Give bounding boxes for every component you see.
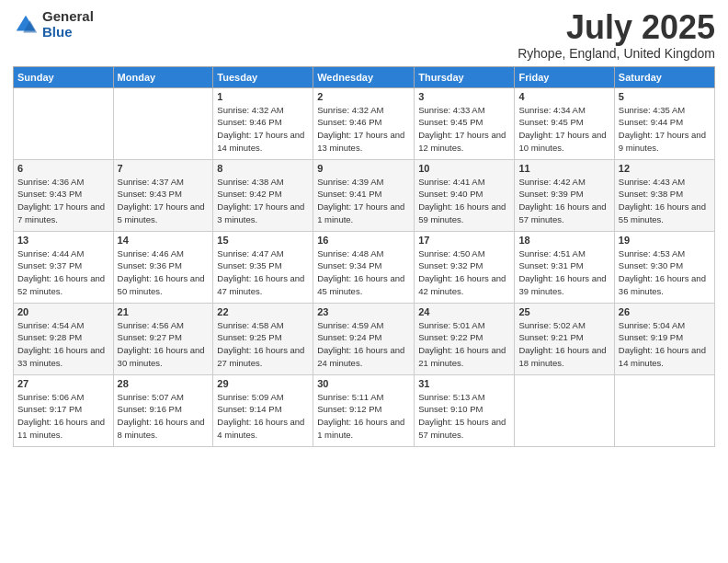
day-number: 7: [118, 163, 210, 174]
day-info: Sunrise: 4:47 AM Sunset: 9:35 PM Dayligh…: [217, 247, 309, 298]
day-info: Sunrise: 4:48 AM Sunset: 9:34 PM Dayligh…: [317, 247, 410, 298]
day-number: 8: [217, 163, 309, 174]
day-info: Sunrise: 4:54 AM Sunset: 9:28 PM Dayligh…: [17, 319, 109, 370]
calendar-cell: 19Sunrise: 4:53 AM Sunset: 9:30 PM Dayli…: [614, 231, 714, 303]
calendar-cell: 2Sunrise: 4:32 AM Sunset: 9:46 PM Daylig…: [313, 87, 415, 159]
day-info: Sunrise: 4:33 AM Sunset: 9:45 PM Dayligh…: [418, 104, 510, 155]
day-info: Sunrise: 4:32 AM Sunset: 9:46 PM Dayligh…: [317, 104, 410, 155]
col-header-saturday: Saturday: [614, 66, 714, 87]
day-info: Sunrise: 5:02 AM Sunset: 9:21 PM Dayligh…: [518, 319, 609, 370]
day-number: 29: [217, 378, 309, 389]
calendar-cell: 28Sunrise: 5:07 AM Sunset: 9:16 PM Dayli…: [113, 374, 213, 446]
day-number: 2: [317, 91, 410, 102]
day-info: Sunrise: 5:13 AM Sunset: 9:10 PM Dayligh…: [418, 391, 510, 442]
week-row-1: 6Sunrise: 4:36 AM Sunset: 9:43 PM Daylig…: [14, 159, 715, 231]
calendar-cell: 8Sunrise: 4:38 AM Sunset: 9:42 PM Daylig…: [213, 159, 313, 231]
calendar-cell: [614, 374, 714, 446]
col-header-tuesday: Tuesday: [213, 66, 313, 87]
day-number: 1: [217, 91, 309, 102]
day-info: Sunrise: 5:01 AM Sunset: 9:22 PM Dayligh…: [418, 319, 510, 370]
logo: General Blue: [13, 9, 94, 40]
day-info: Sunrise: 4:44 AM Sunset: 9:37 PM Dayligh…: [17, 247, 109, 298]
day-info: Sunrise: 4:42 AM Sunset: 9:39 PM Dayligh…: [518, 176, 609, 226]
day-info: Sunrise: 4:39 AM Sunset: 9:41 PM Dayligh…: [317, 176, 410, 226]
calendar-table: SundayMondayTuesdayWednesdayThursdayFrid…: [13, 66, 715, 447]
day-number: 3: [418, 91, 510, 102]
col-header-wednesday: Wednesday: [313, 66, 415, 87]
calendar-cell: 5Sunrise: 4:35 AM Sunset: 9:44 PM Daylig…: [614, 87, 714, 159]
day-number: 27: [17, 378, 109, 389]
calendar-cell: 10Sunrise: 4:41 AM Sunset: 9:40 PM Dayli…: [415, 159, 515, 231]
day-number: 21: [118, 306, 210, 317]
calendar-cell: [515, 374, 614, 446]
day-info: Sunrise: 4:43 AM Sunset: 9:38 PM Dayligh…: [619, 176, 711, 226]
day-info: Sunrise: 5:04 AM Sunset: 9:19 PM Dayligh…: [619, 319, 711, 370]
week-row-0: 1Sunrise: 4:32 AM Sunset: 9:46 PM Daylig…: [14, 87, 715, 159]
day-number: 26: [619, 306, 711, 317]
day-info: Sunrise: 4:41 AM Sunset: 9:40 PM Dayligh…: [418, 176, 510, 226]
calendar-cell: 27Sunrise: 5:06 AM Sunset: 9:17 PM Dayli…: [14, 374, 114, 446]
logo-icon: [13, 12, 39, 38]
day-info: Sunrise: 4:46 AM Sunset: 9:36 PM Dayligh…: [118, 247, 210, 298]
week-row-4: 27Sunrise: 5:06 AM Sunset: 9:17 PM Dayli…: [14, 374, 715, 446]
logo-text: General Blue: [42, 9, 94, 40]
calendar-cell: 7Sunrise: 4:37 AM Sunset: 9:43 PM Daylig…: [113, 159, 213, 231]
day-number: 12: [619, 163, 711, 174]
calendar-cell: 9Sunrise: 4:39 AM Sunset: 9:41 PM Daylig…: [313, 159, 415, 231]
calendar-cell: 13Sunrise: 4:44 AM Sunset: 9:37 PM Dayli…: [14, 231, 114, 303]
day-number: 4: [518, 91, 609, 102]
day-number: 30: [317, 378, 410, 389]
calendar-cell: 1Sunrise: 4:32 AM Sunset: 9:46 PM Daylig…: [213, 87, 313, 159]
week-row-3: 20Sunrise: 4:54 AM Sunset: 9:28 PM Dayli…: [14, 303, 715, 374]
col-header-thursday: Thursday: [415, 66, 515, 87]
calendar-cell: [14, 87, 114, 159]
calendar-cell: 25Sunrise: 5:02 AM Sunset: 9:21 PM Dayli…: [515, 303, 614, 374]
calendar-cell: 31Sunrise: 5:13 AM Sunset: 9:10 PM Dayli…: [415, 374, 515, 446]
calendar-cell: 26Sunrise: 5:04 AM Sunset: 9:19 PM Dayli…: [614, 303, 714, 374]
day-info: Sunrise: 4:35 AM Sunset: 9:44 PM Dayligh…: [619, 104, 711, 155]
day-number: 14: [118, 235, 210, 246]
header-row: SundayMondayTuesdayWednesdayThursdayFrid…: [14, 66, 715, 87]
header: General Blue July 2025 Ryhope, England, …: [13, 9, 715, 61]
day-number: 5: [619, 91, 711, 102]
day-number: 24: [418, 306, 510, 317]
logo-general: General: [42, 9, 94, 25]
day-number: 20: [17, 306, 109, 317]
day-info: Sunrise: 4:58 AM Sunset: 9:25 PM Dayligh…: [217, 319, 309, 370]
calendar-cell: 12Sunrise: 4:43 AM Sunset: 9:38 PM Dayli…: [614, 159, 714, 231]
calendar-cell: 16Sunrise: 4:48 AM Sunset: 9:34 PM Dayli…: [313, 231, 415, 303]
main-title: July 2025: [518, 9, 715, 46]
day-info: Sunrise: 4:32 AM Sunset: 9:46 PM Dayligh…: [217, 104, 309, 155]
calendar-cell: 6Sunrise: 4:36 AM Sunset: 9:43 PM Daylig…: [14, 159, 114, 231]
page: General Blue July 2025 Ryhope, England, …: [0, 0, 728, 563]
day-info: Sunrise: 5:11 AM Sunset: 9:12 PM Dayligh…: [317, 391, 410, 442]
day-info: Sunrise: 4:38 AM Sunset: 9:42 PM Dayligh…: [217, 176, 309, 226]
day-number: 18: [518, 235, 609, 246]
day-number: 6: [17, 163, 109, 174]
calendar-cell: 3Sunrise: 4:33 AM Sunset: 9:45 PM Daylig…: [415, 87, 515, 159]
col-header-monday: Monday: [113, 66, 213, 87]
calendar-cell: 29Sunrise: 5:09 AM Sunset: 9:14 PM Dayli…: [213, 374, 313, 446]
calendar-cell: 17Sunrise: 4:50 AM Sunset: 9:32 PM Dayli…: [415, 231, 515, 303]
subtitle: Ryhope, England, United Kingdom: [518, 46, 715, 61]
calendar-cell: 24Sunrise: 5:01 AM Sunset: 9:22 PM Dayli…: [415, 303, 515, 374]
calendar-cell: 21Sunrise: 4:56 AM Sunset: 9:27 PM Dayli…: [113, 303, 213, 374]
day-info: Sunrise: 4:59 AM Sunset: 9:24 PM Dayligh…: [317, 319, 410, 370]
day-info: Sunrise: 4:56 AM Sunset: 9:27 PM Dayligh…: [118, 319, 210, 370]
day-info: Sunrise: 5:09 AM Sunset: 9:14 PM Dayligh…: [217, 391, 309, 442]
day-number: 11: [518, 163, 609, 174]
day-info: Sunrise: 4:37 AM Sunset: 9:43 PM Dayligh…: [118, 176, 210, 226]
day-info: Sunrise: 4:50 AM Sunset: 9:32 PM Dayligh…: [418, 247, 510, 298]
day-info: Sunrise: 4:36 AM Sunset: 9:43 PM Dayligh…: [17, 176, 109, 226]
day-number: 16: [317, 235, 410, 246]
col-header-sunday: Sunday: [14, 66, 114, 87]
day-info: Sunrise: 4:34 AM Sunset: 9:45 PM Dayligh…: [518, 104, 609, 155]
calendar-cell: 11Sunrise: 4:42 AM Sunset: 9:39 PM Dayli…: [515, 159, 614, 231]
col-header-friday: Friday: [515, 66, 614, 87]
logo-blue: Blue: [42, 25, 94, 40]
day-info: Sunrise: 5:06 AM Sunset: 9:17 PM Dayligh…: [17, 391, 109, 442]
calendar-cell: 20Sunrise: 4:54 AM Sunset: 9:28 PM Dayli…: [14, 303, 114, 374]
day-number: 22: [217, 306, 309, 317]
day-number: 10: [418, 163, 510, 174]
calendar-cell: [113, 87, 213, 159]
